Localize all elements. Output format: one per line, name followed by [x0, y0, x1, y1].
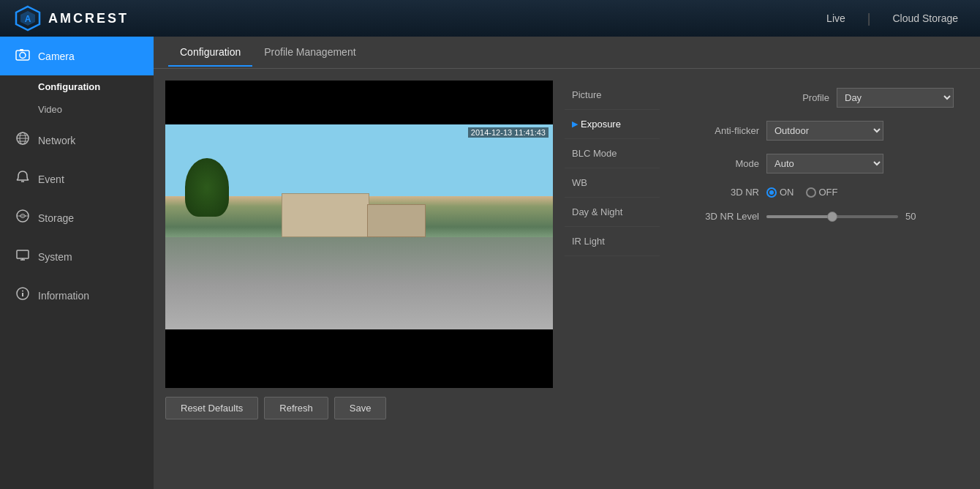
camera-menu-day-night[interactable]: Day & Night: [565, 198, 660, 227]
3dnr-off-radio[interactable]: OFF: [806, 187, 838, 198]
amcrest-logo-icon: A: [15, 5, 41, 31]
video-middle: 2014-12-13 11:41:43: [165, 124, 553, 329]
video-road: [165, 237, 553, 329]
event-icon: [15, 170, 31, 188]
nav-divider: |: [867, 11, 871, 26]
3dnr-row: 3D NR ON OFF: [686, 187, 954, 198]
logo-text: AMCREST: [48, 11, 129, 26]
exposure-settings-form: Profile Day Night Normal Anti-flicker Ou…: [671, 81, 968, 477]
sidebar-item-information-label: Information: [38, 290, 89, 302]
camera-menu-ir-light[interactable]: IR Light: [565, 227, 660, 256]
3dnr-level-label: 3D NR Level: [686, 211, 759, 222]
camera-menu-blc[interactable]: BLC Mode: [565, 139, 660, 168]
header: A AMCREST Live | Cloud Storage: [0, 0, 980, 37]
profile-row: Profile Day Night Normal: [686, 88, 954, 108]
mode-label: Mode: [686, 158, 759, 169]
3dnr-label: 3D NR: [686, 187, 759, 198]
camera-menu-wb[interactable]: WB: [565, 168, 660, 198]
tab-bar: Configuration Profile Management: [154, 37, 980, 69]
svg-point-19: [22, 291, 23, 292]
main-layout: Camera Configuration Video Network: [0, 37, 980, 489]
3dnr-on-label: ON: [780, 187, 794, 198]
anti-flicker-label: Anti-flicker: [686, 125, 759, 136]
refresh-button[interactable]: Refresh: [264, 397, 328, 419]
logo: A AMCREST: [15, 5, 129, 31]
sidebar-item-storage[interactable]: Storage: [0, 198, 154, 237]
3dnr-on-radio-circle: [766, 187, 777, 198]
sidebar-item-camera[interactable]: Camera: [0, 37, 154, 75]
video-panel: 2014-12-13 11:41:43 Reset Defaults Refre…: [165, 81, 553, 477]
exposure-arrow-icon: ▶: [572, 119, 578, 129]
information-icon: [15, 286, 31, 305]
sidebar-item-storage-label: Storage: [38, 212, 74, 224]
mode-select[interactable]: Auto Manual Shutter Priority Iris Priori…: [766, 154, 883, 173]
video-scene: [165, 124, 553, 329]
3dnr-level-slider-thumb[interactable]: [827, 212, 837, 222]
sidebar-item-camera-label: Camera: [38, 51, 75, 62]
camera-menu-picture[interactable]: Picture: [565, 81, 660, 110]
3dnr-off-radio-circle: [806, 187, 816, 198]
3dnr-level-slider-fill: [766, 215, 832, 218]
camera-menu-exposure[interactable]: ▶ Exposure: [565, 110, 660, 139]
header-nav: Live | Cloud Storage: [819, 9, 965, 28]
video-bottom-bar: [165, 329, 553, 388]
svg-rect-5: [20, 49, 23, 51]
camera-icon: [15, 47, 31, 65]
system-icon: [15, 247, 31, 266]
save-button[interactable]: Save: [334, 397, 387, 419]
sidebar-sub-item-configuration[interactable]: Configuration: [0, 75, 154, 98]
storage-icon: [15, 209, 31, 227]
camera-menu: Picture ▶ Exposure BLC Mode WB Day & Nig…: [565, 81, 660, 477]
mode-control: Auto Manual Shutter Priority Iris Priori…: [766, 154, 954, 173]
sidebar-sub-config-label: Configuration: [38, 81, 100, 92]
video-timestamp: 2014-12-13 11:41:43: [468, 127, 549, 138]
sidebar-item-information[interactable]: Information: [0, 276, 154, 315]
3dnr-off-label: OFF: [819, 187, 838, 198]
video-feed: 2014-12-13 11:41:43: [165, 81, 553, 388]
sidebar-item-system[interactable]: System: [0, 237, 154, 276]
sidebar-item-network[interactable]: Network: [0, 121, 154, 160]
sidebar-item-system-label: System: [38, 251, 72, 263]
network-icon: [15, 131, 31, 149]
video-top-bar: [165, 81, 553, 124]
tab-profile-management[interactable]: Profile Management: [252, 39, 367, 67]
3dnr-level-slider-track[interactable]: [766, 215, 898, 218]
3dnr-level-control: 50: [766, 211, 954, 222]
nav-cloud-storage[interactable]: Cloud Storage: [885, 9, 965, 28]
sidebar-sub-item-video[interactable]: Video: [0, 98, 154, 121]
sidebar-item-event-label: Event: [38, 173, 64, 185]
3dnr-level-value: 50: [905, 211, 924, 222]
sidebar-item-event[interactable]: Event: [0, 160, 154, 198]
anti-flicker-select[interactable]: Outdoor 50Hz 60Hz: [766, 121, 883, 141]
main-content: Configuration Profile Management: [154, 37, 980, 489]
tab-configuration[interactable]: Configuration: [168, 39, 252, 67]
profile-label: Profile: [802, 92, 829, 103]
video-building-2: [367, 204, 426, 237]
3dnr-control: ON OFF: [766, 187, 954, 198]
video-tree: [185, 158, 229, 217]
nav-live[interactable]: Live: [819, 9, 853, 28]
video-buttons: Reset Defaults Refresh Save: [165, 397, 553, 419]
settings-panel: Picture ▶ Exposure BLC Mode WB Day & Nig…: [565, 81, 968, 477]
sidebar: Camera Configuration Video Network: [0, 37, 154, 489]
3dnr-on-radio[interactable]: ON: [766, 187, 794, 198]
sidebar-sub-video-label: Video: [38, 104, 62, 115]
content-area: 2014-12-13 11:41:43 Reset Defaults Refre…: [154, 69, 980, 489]
anti-flicker-control: Outdoor 50Hz 60Hz: [766, 121, 954, 141]
svg-rect-14: [17, 250, 29, 258]
3dnr-level-row: 3D NR Level 50: [686, 211, 954, 222]
reset-defaults-button[interactable]: Reset Defaults: [165, 397, 258, 419]
mode-row: Mode Auto Manual Shutter Priority Iris P…: [686, 154, 954, 173]
sidebar-item-network-label: Network: [38, 135, 75, 146]
svg-text:A: A: [25, 14, 31, 24]
profile-select[interactable]: Day Night Normal: [837, 88, 954, 108]
svg-point-4: [20, 53, 26, 59]
video-building-1: [282, 193, 369, 237]
anti-flicker-row: Anti-flicker Outdoor 50Hz 60Hz: [686, 121, 954, 141]
